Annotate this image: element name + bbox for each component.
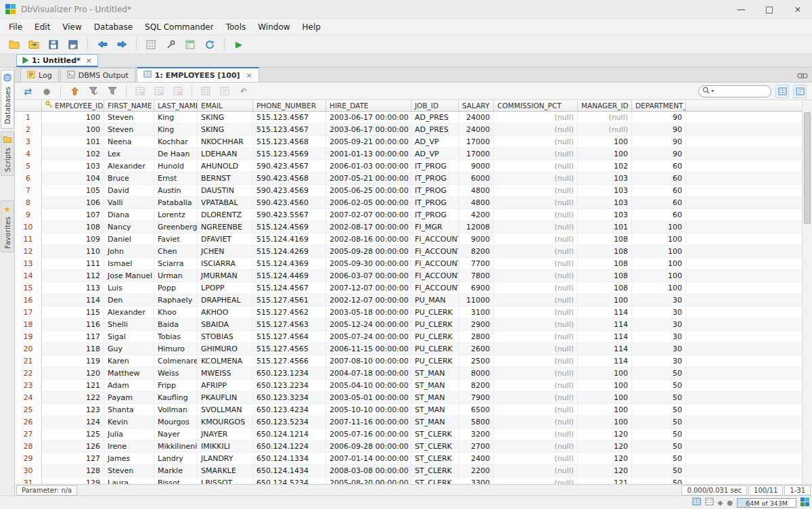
cell[interactable]: Sigal — [104, 331, 154, 343]
cell[interactable]: 60 — [632, 173, 686, 185]
status-grid-icon[interactable] — [692, 497, 701, 508]
back-icon[interactable] — [95, 37, 110, 52]
nav-arrows-icon[interactable]: ⇄ — [20, 84, 35, 99]
table-row[interactable]: 6104BruceErnstBERNST590.423.45682007-05-… — [15, 173, 802, 185]
cell[interactable]: 515.127.4564 — [253, 331, 326, 343]
status-circle-icon[interactable]: ● — [727, 499, 733, 506]
menu-help[interactable]: Help — [296, 20, 327, 34]
row-number[interactable]: 3 — [15, 136, 42, 148]
cell[interactable]: 2005-10-10 00:00:00 — [326, 404, 411, 416]
save-icon[interactable] — [46, 37, 61, 52]
cell[interactable]: 105 — [42, 185, 104, 197]
cell[interactable]: 6900 — [459, 282, 494, 294]
cell[interactable]: 103 — [578, 209, 632, 221]
table-row[interactable]: 18116ShelliBaidaSBAIDA515.127.45632005-1… — [15, 319, 802, 331]
cell[interactable]: 30 — [632, 355, 686, 368]
cell[interactable]: PU_CLERK — [411, 307, 459, 319]
cell[interactable]: 100 — [632, 234, 686, 246]
table-row[interactable]: 4102LexDe HaanLDEHAAN515.123.45692001-01… — [15, 148, 802, 160]
cell[interactable]: Sciarra — [154, 258, 198, 270]
cell[interactable]: 5800 — [459, 416, 494, 428]
cell[interactable]: 112 — [42, 270, 104, 282]
cell[interactable]: AKHOO — [198, 307, 253, 319]
cell[interactable]: 125 — [42, 428, 104, 441]
result-tab-1-employees-100-[interactable]: 1: EMPLOYEES [100]× — [137, 67, 259, 82]
cell[interactable]: (null) — [494, 343, 578, 355]
cell[interactable]: ST_MAN — [411, 392, 459, 404]
cell[interactable]: 515.124.4169 — [253, 234, 326, 246]
cell[interactable]: DRAPHEAL — [198, 294, 253, 307]
cell[interactable]: 116 — [42, 319, 104, 331]
cell[interactable]: Den — [104, 294, 154, 307]
cell[interactable]: Faviet — [154, 234, 198, 246]
filter-edit-icon[interactable] — [86, 84, 101, 99]
cell[interactable]: 2007-11-16 00:00:00 — [326, 416, 411, 428]
menu-file[interactable]: File — [3, 20, 28, 34]
cell[interactable]: 103 — [578, 185, 632, 197]
cell[interactable]: 17000 — [459, 148, 494, 160]
cell[interactable]: 100 — [632, 258, 686, 270]
cell[interactable]: 101 — [578, 221, 632, 234]
grid-quick-search[interactable]: ▾ — [698, 85, 771, 97]
cell[interactable]: (null) — [494, 221, 578, 234]
cell[interactable]: Steven — [104, 465, 154, 477]
cell[interactable]: Austin — [154, 185, 198, 197]
cell[interactable]: 515.124.4269 — [253, 246, 326, 258]
table-row[interactable]: 9107DianaLorentzDLORENTZ590.423.55672007… — [15, 209, 802, 221]
cell[interactable]: DFAVIET — [198, 234, 253, 246]
cell[interactable]: Daniel — [104, 234, 154, 246]
cell[interactable]: (null) — [494, 331, 578, 343]
cell[interactable]: (null) — [494, 453, 578, 465]
cell[interactable]: 103 — [578, 173, 632, 185]
open-recent-icon[interactable] — [26, 37, 41, 52]
cell[interactable]: 2005-07-16 00:00:00 — [326, 428, 411, 441]
table-row[interactable]: 8106ValliPataballaVPATABAL590.423.456020… — [15, 197, 802, 209]
cell[interactable]: Pataballa — [154, 197, 198, 209]
cell[interactable]: KMOURGOS — [198, 416, 253, 428]
cell[interactable]: 650.123.2234 — [253, 380, 326, 392]
cell[interactable]: LBISSOT — [198, 477, 253, 484]
cell[interactable]: Markle — [154, 465, 198, 477]
cell[interactable]: 100 — [42, 124, 104, 136]
cell[interactable]: Laura — [104, 477, 154, 484]
cell[interactable]: Tobias — [154, 331, 198, 343]
cell[interactable]: 515.123.4567 — [253, 124, 326, 136]
row-number[interactable]: 23 — [15, 380, 42, 392]
cell[interactable]: 590.423.5567 — [253, 209, 326, 221]
menu-view[interactable]: View — [56, 20, 87, 34]
cell[interactable]: 3100 — [459, 307, 494, 319]
row-number[interactable]: 30 — [15, 465, 42, 477]
column-header-employee_id[interactable]: EMPLOYEE_ID — [42, 100, 104, 112]
cell[interactable]: 108 — [578, 282, 632, 294]
row-number[interactable]: 7 — [15, 185, 42, 197]
cell[interactable]: 515.124.4469 — [253, 270, 326, 282]
row-number[interactable]: 13 — [15, 258, 42, 270]
cell[interactable]: FI_ACCOUNT — [411, 258, 459, 270]
cell[interactable]: 104 — [42, 173, 104, 185]
cell[interactable]: 100 — [578, 404, 632, 416]
cell[interactable]: (null) — [578, 124, 632, 136]
cell[interactable]: IT_PROG — [411, 173, 459, 185]
cell[interactable]: PU_CLERK — [411, 355, 459, 368]
cell[interactable]: 100 — [632, 246, 686, 258]
cell[interactable]: 108 — [578, 270, 632, 282]
menu-edit[interactable]: Edit — [28, 20, 56, 34]
cell[interactable]: 108 — [578, 246, 632, 258]
cell[interactable]: 2006-11-15 00:00:00 — [326, 343, 411, 355]
text-mode-icon[interactable] — [793, 85, 807, 98]
cell[interactable]: 6000 — [459, 173, 494, 185]
cell[interactable]: (null) — [494, 404, 578, 416]
cell[interactable]: 7900 — [459, 392, 494, 404]
cell[interactable]: 2600 — [459, 343, 494, 355]
cell[interactable]: (null) — [578, 112, 632, 124]
cell[interactable]: 100 — [632, 221, 686, 234]
cell[interactable]: 2005-09-28 00:00:00 — [326, 246, 411, 258]
table-row[interactable]: 30128StevenMarkleSMARKLE650.124.14342008… — [15, 465, 802, 477]
cell[interactable]: 8000 — [459, 368, 494, 380]
table-row[interactable]: 3101NeenaKochharNKOCHHAR515.123.45682005… — [15, 136, 802, 148]
cell[interactable]: 122 — [42, 392, 104, 404]
cell[interactable]: (null) — [494, 185, 578, 197]
cell[interactable]: Alexander — [104, 160, 154, 173]
column-header-phone_number[interactable]: PHONE_NUMBER — [253, 100, 326, 112]
cell[interactable]: 650.124.1334 — [253, 453, 326, 465]
